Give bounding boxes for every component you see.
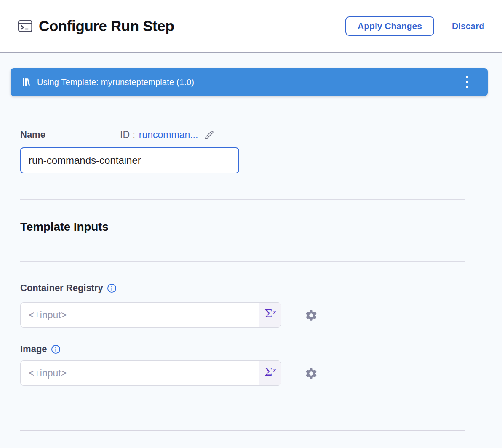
name-input-value: run-commands-container: [29, 155, 141, 166]
name-label: Name: [20, 129, 45, 140]
container-registry-field: Σ x: [20, 302, 281, 328]
sigma-icon: Σ: [264, 308, 272, 319]
page-title: Configure Run Step: [39, 18, 174, 35]
sigma-icon: Σ: [264, 366, 272, 377]
terminal-window-icon: [17, 18, 34, 35]
divider: [20, 261, 465, 262]
id-prefix-label: ID :: [120, 129, 135, 141]
gear-icon[interactable]: [304, 367, 318, 380]
container-registry-label-row: Container Registry: [20, 283, 117, 293]
banner-text: Using Template: myrunsteptemplate (1.0): [37, 77, 194, 87]
info-icon[interactable]: [51, 344, 61, 354]
info-icon[interactable]: [107, 283, 117, 293]
kebab-menu-icon[interactable]: [462, 74, 473, 91]
using-template-banner: Using Template: myrunsteptemplate (1.0): [11, 68, 488, 96]
text-cursor: [142, 154, 142, 167]
gear-icon[interactable]: [304, 309, 318, 322]
expression-input-toggle[interactable]: Σ x: [259, 361, 281, 385]
panel-header: Configure Run Step Apply Changes Discard: [0, 0, 502, 53]
id-value-link[interactable]: runcomman...: [139, 129, 198, 141]
discard-button[interactable]: Discard: [452, 21, 484, 31]
container-registry-label: Container Registry: [20, 283, 103, 293]
image-label-row: Image: [20, 344, 61, 355]
expression-input-toggle[interactable]: Σ x: [259, 303, 281, 327]
image-input[interactable]: [21, 361, 281, 385]
divider: [20, 430, 465, 431]
image-field: Σ x: [20, 360, 281, 386]
step-id-row: ID : runcomman...: [120, 129, 215, 141]
pencil-icon[interactable]: [203, 129, 215, 141]
apply-changes-button[interactable]: Apply Changes: [345, 16, 434, 36]
template-library-icon: [21, 77, 32, 87]
configure-run-step-panel: Configure Run Step Apply Changes Discard…: [0, 0, 502, 448]
divider: [20, 199, 465, 200]
image-label: Image: [20, 344, 47, 355]
name-input[interactable]: run-commands-container: [20, 147, 239, 173]
template-inputs-heading: Template Inputs: [20, 220, 109, 234]
container-registry-input[interactable]: [21, 303, 281, 327]
